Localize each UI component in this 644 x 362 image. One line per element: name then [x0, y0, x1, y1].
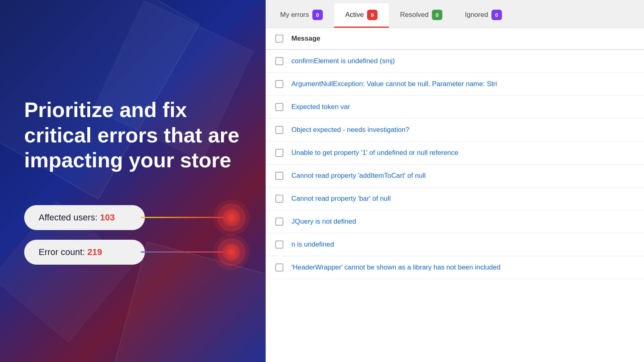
error-count-pill: Error count: 219: [24, 240, 145, 265]
error-message: Unable to get property '1' of undefined …: [291, 149, 634, 157]
table-row[interactable]: ArgumentNullException: Value cannot be n…: [266, 73, 644, 96]
row-checkbox[interactable]: [275, 57, 283, 65]
connector-line-1: [141, 217, 242, 218]
left-panel: Prioritize and fix critical errors that …: [0, 0, 266, 362]
row-checkbox[interactable]: [275, 126, 283, 134]
table-row[interactable]: Object expected - needs investigation?: [266, 119, 644, 142]
row-checkbox[interactable]: [275, 103, 283, 111]
errors-list: confirmElement is undefined (smj)Argumen…: [266, 50, 644, 279]
connector-line-2: [141, 251, 242, 253]
line-gradient-2: [141, 251, 223, 253]
error-count-label: Error count:: [39, 247, 85, 257]
error-count-value: 219: [87, 247, 102, 257]
affected-users-label: Affected users:: [39, 212, 97, 222]
row-checkbox[interactable]: [275, 149, 283, 157]
errors-table: Message confirmElement is undefined (smj…: [266, 28, 644, 362]
error-message: Cannot read property 'bar' of null: [291, 195, 634, 203]
row-checkbox[interactable]: [275, 195, 283, 203]
tab-ignored-label: Ignored: [465, 11, 488, 19]
line-gradient-1: [141, 217, 223, 218]
tab-ignored-badge: 0: [491, 10, 502, 20]
error-message: 'HeaderWrapper' cannot be shown as a lib…: [291, 263, 634, 272]
row-checkbox[interactable]: [275, 80, 283, 88]
table-row[interactable]: 'HeaderWrapper' cannot be shown as a lib…: [266, 256, 644, 279]
table-row[interactable]: Expected token var: [266, 96, 644, 119]
tab-active-badge: 9: [367, 10, 378, 20]
dot-inner-2: [228, 249, 235, 255]
right-panel: My errors 0 Active 9 Resolved 0 Ignored …: [266, 0, 644, 362]
affected-users-row: Affected users: 103: [24, 205, 242, 230]
message-column-header: Message: [291, 35, 634, 43]
affected-users-pill: Affected users: 103: [24, 205, 145, 230]
affected-users-value: 103: [100, 212, 115, 222]
tab-resolved[interactable]: Resolved 0: [389, 3, 454, 28]
stats-container: Affected users: 103 Error count: 219: [24, 205, 242, 265]
select-all-checkbox[interactable]: [275, 35, 283, 43]
tab-active[interactable]: Active 9: [334, 3, 389, 28]
table-row[interactable]: confirmElement is undefined (smj): [266, 50, 644, 73]
row-checkbox[interactable]: [275, 172, 283, 180]
error-message: confirmElement is undefined (smj): [291, 57, 634, 65]
error-message: Cannot read property 'addItemToCart' of …: [291, 172, 634, 180]
tab-resolved-label: Resolved: [400, 11, 429, 19]
tab-ignored[interactable]: Ignored 0: [454, 3, 513, 28]
table-row[interactable]: n is undefined: [266, 233, 644, 256]
table-row[interactable]: Unable to get property '1' of undefined …: [266, 142, 644, 165]
tab-my-errors-badge: 0: [312, 10, 323, 20]
row-checkbox[interactable]: [275, 241, 283, 249]
error-count-row: Error count: 219: [24, 240, 242, 265]
error-message: n is undefined: [291, 241, 634, 249]
tabs-bar: My errors 0 Active 9 Resolved 0 Ignored …: [266, 0, 644, 28]
target-dot-1: [221, 208, 242, 228]
tab-resolved-badge: 0: [432, 10, 442, 20]
tab-active-label: Active: [345, 11, 364, 19]
target-dot-2: [221, 242, 242, 262]
table-row[interactable]: Cannot read property 'addItemToCart' of …: [266, 165, 644, 187]
table-row[interactable]: JQuery is not defined: [266, 210, 644, 233]
dot-inner-1: [228, 214, 235, 221]
error-message: JQuery is not defined: [291, 218, 634, 226]
tab-my-errors[interactable]: My errors 0: [269, 3, 334, 28]
error-message: Object expected - needs investigation?: [291, 126, 634, 134]
row-checkbox[interactable]: [275, 263, 283, 272]
error-message: Expected token var: [291, 103, 634, 111]
headline: Prioritize and fix critical errors that …: [24, 97, 242, 173]
table-row[interactable]: Cannot read property 'bar' of null: [266, 187, 644, 210]
header-checkbox-col: [275, 35, 291, 43]
error-message: ArgumentNullException: Value cannot be n…: [291, 80, 634, 88]
table-header: Message: [266, 28, 644, 50]
row-checkbox[interactable]: [275, 218, 283, 226]
tab-my-errors-label: My errors: [280, 11, 309, 19]
